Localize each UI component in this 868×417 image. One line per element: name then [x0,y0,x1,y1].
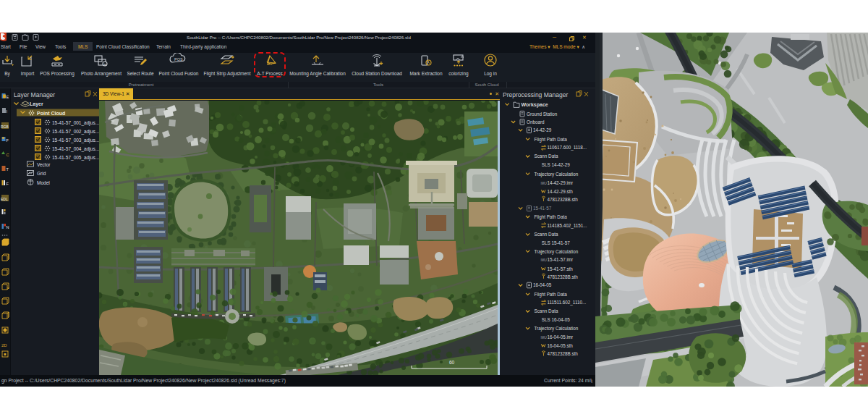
svg-text:15-41-57.sth: 15-41-57.sth [548,266,574,271]
svg-text:47812328B.sth: 47812328B.sth [548,197,579,202]
svg-text:IMU: IMU [541,258,547,262]
svg-text:Vector: Vector [37,162,51,167]
svg-text:15-41-57_005_adjus...: 15-41-57_005_adjus... [52,155,99,161]
svg-text:Grid: Grid [37,171,46,176]
svg-text:110617.600_1118...: 110617.600_1118... [548,145,587,151]
svg-text:Trajectory Calculation: Trajectory Calculation [535,249,579,255]
svg-text:N: N [7,225,9,229]
svg-text:E: E [7,95,9,99]
svg-text:Point Cloud: Point Cloud [37,111,65,116]
svg-text:15-41-57.imr: 15-41-57.imr [548,257,574,262]
svg-text:IMU: IMU [541,336,547,340]
svg-text:Scann Data: Scann Data [535,308,558,313]
svg-text:IMU: IMU [541,182,547,185]
svg-text:16-04-05.sth: 16-04-05.sth [548,343,574,348]
svg-text:Scann Data: Scann Data [535,232,558,237]
svg-text:Flight Path Data: Flight Path Data [535,292,568,298]
svg-text:60: 60 [449,360,455,365]
svg-text:T: T [7,167,9,172]
svg-text:111511.602_1110...: 111511.602_1110... [548,300,587,306]
svg-text:RGB: RGB [1,125,9,129]
svg-text:Workspace: Workspace [522,102,548,108]
svg-text:SLS 15-41-57: SLS 15-41-57 [542,240,570,245]
svg-text:F: F [7,182,9,186]
svg-text:Trajectory Calculation: Trajectory Calculation [535,326,579,332]
svg-text:Scann Data: Scann Data [535,153,558,159]
svg-text:47812328B.sth: 47812328B.sth [548,351,579,356]
svg-text:114185.402_1151...: 114185.402_1151... [548,223,587,229]
svg-text:2D: 2D [1,343,7,348]
svg-text:14-42-29.sth: 14-42-29.sth [548,189,574,194]
svg-text:Flight Path Data: Flight Path Data [535,137,568,143]
svg-text:14-42-29.imr: 14-42-29.imr [548,180,574,185]
svg-text:15-41-57_001_adjus...: 15-41-57_001_adjus... [52,120,99,126]
svg-text:C: C [7,153,9,157]
svg-text:16-04-05.imr: 16-04-05.imr [548,334,574,340]
svg-text:SLS 14-42-29: SLS 14-42-29 [542,162,570,167]
svg-text:15-41-57_003_adjus...: 15-41-57_003_adjus... [52,138,99,143]
svg-text:Layer: Layer [30,101,43,107]
svg-text:Trajectory Calculation: Trajectory Calculation [535,172,579,177]
svg-text:Flight Path Data: Flight Path Data [535,214,568,220]
svg-text:I: I [7,109,8,114]
svg-text:POS: POS [174,57,183,62]
svg-text:47812328B.sth: 47812328B.sth [548,274,579,279]
svg-text:15-41-57: 15-41-57 [533,206,552,211]
svg-text:EDL: EDL [1,197,8,201]
svg-text:Onboard: Onboard [527,119,545,125]
svg-text:15-41-57_004_adjus...: 15-41-57_004_adjus... [52,146,99,152]
svg-text:Ground Station: Ground Station [527,111,558,117]
svg-text:15-41-57_002_adjus...: 15-41-57_002_adjus... [52,129,99,135]
svg-text:Model: Model [37,180,50,185]
svg-text:14-42-29: 14-42-29 [533,127,552,132]
svg-text:F: F [7,138,9,143]
svg-text:16-04-05: 16-04-05 [533,282,552,287]
svg-text:SLS 16-04-05: SLS 16-04-05 [542,317,570,322]
